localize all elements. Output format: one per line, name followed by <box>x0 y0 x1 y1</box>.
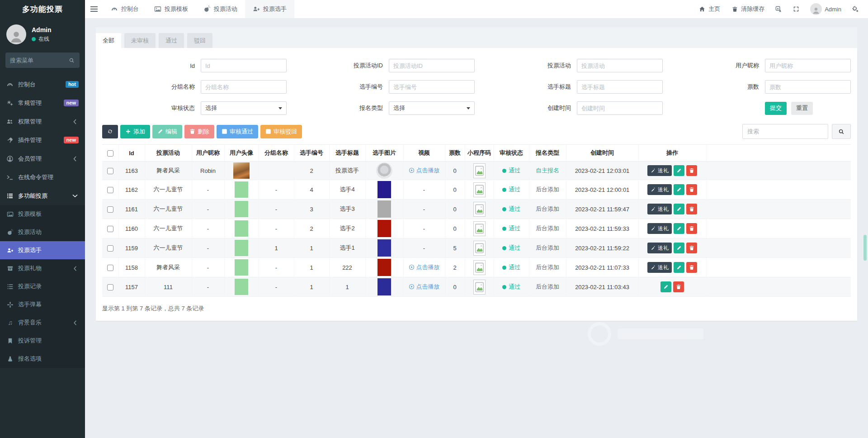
column-header: 选手标题 <box>329 145 365 162</box>
player-image <box>377 200 391 218</box>
delete-button[interactable]: 删除 <box>184 125 214 138</box>
translate-icon[interactable] <box>775 6 782 13</box>
delete-button[interactable] <box>686 204 697 214</box>
tab-vote-activities[interactable]: 投票活动 <box>196 0 245 18</box>
edit-button[interactable] <box>674 262 684 273</box>
chevron-down-icon <box>71 192 79 200</box>
mini-program-code-image <box>473 280 486 295</box>
delete-button[interactable] <box>686 165 697 176</box>
sidebar-item-members[interactable]: 会员管理 <box>0 149 85 168</box>
user-avatar-image <box>235 181 248 198</box>
send-gift-button[interactable]: 送礼 <box>647 165 672 176</box>
sidebar-item-background-music[interactable]: ♫背景音乐 <box>0 314 85 332</box>
submit-button[interactable]: 提交 <box>765 102 787 115</box>
nickname-input[interactable] <box>765 59 851 72</box>
delete-button[interactable] <box>686 223 697 234</box>
sidebar-submenu: 投票模板投票活动投票选手投票礼物投票记录选手弹幕♫背景音乐投诉管理报名选项 <box>0 205 85 368</box>
sidebar-item-vote-templates[interactable]: 投票模板 <box>0 205 85 223</box>
send-gift-button[interactable]: 送礼 <box>647 204 672 214</box>
cell-nickname: - <box>192 277 224 297</box>
tab-vote-players[interactable]: 投票选手 <box>245 0 294 18</box>
refresh-button[interactable] <box>102 125 118 138</box>
sidebar-item-vote-players[interactable]: 投票选手 <box>0 241 85 259</box>
sidebar-menu: 控制台hot常规管理new权限管理插件管理new会员管理在线命令管理多功能投票投… <box>0 75 85 368</box>
reg-type-select[interactable]: 选择 <box>389 101 475 115</box>
play-video-link[interactable]: 点击播放 <box>409 283 440 291</box>
sidebar-item-player-danmaku[interactable]: 选手弹幕 <box>0 295 85 314</box>
edit-button[interactable]: 编辑 <box>152 125 182 138</box>
row-checkbox[interactable] <box>107 284 113 290</box>
edit-button[interactable] <box>674 184 684 195</box>
add-button[interactable]: 添加 <box>120 125 150 138</box>
select-all-checkbox[interactable] <box>107 150 113 157</box>
delete-button[interactable] <box>686 184 697 195</box>
activity-input[interactable] <box>577 59 663 72</box>
search-icon <box>838 128 845 135</box>
delete-button[interactable] <box>686 243 697 253</box>
row-checkbox[interactable] <box>107 245 113 252</box>
status-tab-1[interactable]: 未审核 <box>124 33 156 48</box>
edit-button[interactable] <box>674 204 684 214</box>
status-tab-2[interactable]: 通过 <box>159 33 184 48</box>
audit-status-select[interactable]: 选择 <box>201 101 287 115</box>
status-tab-3[interactable]: 驳回 <box>187 33 212 48</box>
edit-button[interactable] <box>674 165 684 176</box>
status-tab-0[interactable]: 全部 <box>96 33 121 48</box>
sidebar-item-complaints[interactable]: 投诉管理 <box>0 332 85 350</box>
sidebar-item-plugins[interactable]: 插件管理new <box>0 131 85 149</box>
cell-nickname: - <box>192 238 224 258</box>
clear-cache-button[interactable]: 清除缓存 <box>731 5 764 13</box>
send-gift-button[interactable]: 送礼 <box>647 223 672 234</box>
sidebar-item-console[interactable]: 控制台hot <box>0 75 85 94</box>
sidebar-item-permissions[interactable]: 权限管理 <box>0 112 85 131</box>
menu-search-input[interactable] <box>10 57 65 64</box>
hamburger-icon[interactable] <box>85 0 103 18</box>
cell-created: 2023-02-21 11:03:43 <box>566 277 638 297</box>
edit-button[interactable] <box>660 281 671 292</box>
reject-button[interactable]: 审核驳回 <box>260 125 302 138</box>
row-checkbox[interactable] <box>107 265 113 271</box>
delete-button[interactable] <box>673 281 684 292</box>
sidebar-item-vote-records[interactable]: 投票记录 <box>0 277 85 295</box>
player-title-input[interactable] <box>577 80 663 94</box>
edit-button[interactable] <box>674 243 684 253</box>
send-gift-button[interactable]: 送礼 <box>647 262 672 273</box>
sidebar-item-vote-gifts[interactable]: 投票礼物 <box>0 259 85 277</box>
fullscreen-icon[interactable] <box>793 6 799 12</box>
table-search-button[interactable] <box>832 124 851 139</box>
id-input[interactable] <box>201 59 287 72</box>
sidebar-item-signup-options[interactable]: 报名选项 <box>0 350 85 368</box>
play-video-link[interactable]: 点击播放 <box>409 263 440 271</box>
tab-console[interactable]: 控制台 <box>103 0 146 18</box>
play-video-link[interactable]: 点击播放 <box>409 167 440 175</box>
row-checkbox[interactable] <box>107 187 113 193</box>
speedometer-icon <box>6 81 14 88</box>
table-search-input[interactable] <box>742 124 828 139</box>
activity-id-input[interactable] <box>389 59 475 72</box>
approve-button[interactable]: 审核通过 <box>217 125 258 138</box>
row-checkbox[interactable] <box>107 168 113 174</box>
sidebar-item-vote-activities[interactable]: 投票活动 <box>0 223 85 241</box>
group-name-input[interactable] <box>201 80 287 94</box>
user-menu[interactable]: Admin <box>810 3 841 15</box>
cell-number: 1 <box>294 277 329 297</box>
status-badge: 通过 <box>502 244 520 252</box>
sidebar-item-general[interactable]: 常规管理new <box>0 94 85 112</box>
reset-button[interactable]: 重置 <box>791 102 813 115</box>
send-gift-button[interactable]: 送礼 <box>647 184 672 195</box>
player-number-input[interactable] <box>389 80 475 94</box>
sidebar-item-multi-vote[interactable]: 多功能投票 <box>0 186 85 205</box>
delete-button[interactable] <box>686 262 697 273</box>
sidebar-item-online-commands[interactable]: 在线命令管理 <box>0 168 85 186</box>
edit-button[interactable] <box>674 223 684 234</box>
brand-title: 多功能投票 <box>0 0 85 19</box>
scrollbar-thumb[interactable] <box>863 235 867 261</box>
row-checkbox[interactable] <box>107 226 113 232</box>
send-gift-button[interactable]: 送礼 <box>647 243 672 253</box>
settings-gears-icon[interactable] <box>852 6 859 13</box>
votes-input[interactable] <box>765 80 851 94</box>
created-time-input[interactable] <box>577 101 663 115</box>
home-button[interactable]: 主页 <box>698 5 720 13</box>
tab-vote-templates[interactable]: 投票模板 <box>146 0 196 18</box>
row-checkbox[interactable] <box>107 206 113 213</box>
